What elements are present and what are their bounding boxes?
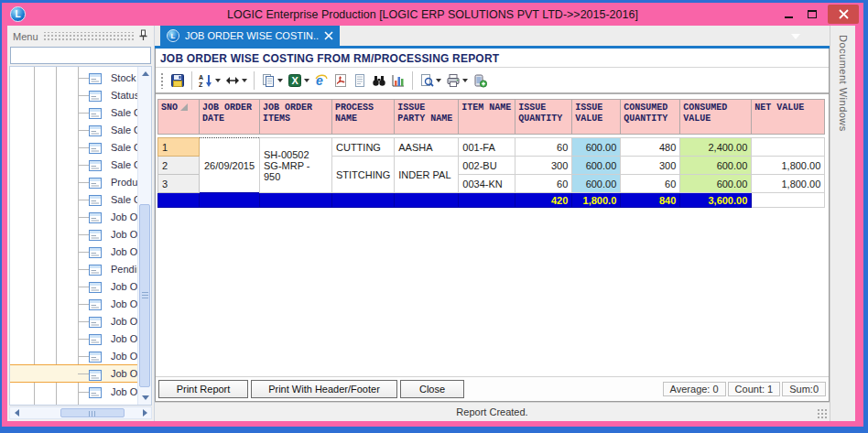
scroll-left-button[interactable] xyxy=(10,407,23,418)
print-button[interactable] xyxy=(445,72,469,89)
net-value-cell[interactable]: 1,800.00 xyxy=(752,157,825,175)
close-report-button[interactable]: Close xyxy=(400,380,464,398)
tab-list-dropdown-icon[interactable] xyxy=(791,34,800,39)
report-icon xyxy=(89,403,102,406)
column-header-sno[interactable]: SNO xyxy=(158,100,200,135)
item-name-cell[interactable]: 0034-KN xyxy=(459,175,515,193)
column-header-net-value[interactable]: NET VALUE xyxy=(752,100,825,135)
issue-qty-cell[interactable]: 300 xyxy=(515,157,572,175)
find-button[interactable] xyxy=(371,72,387,89)
item-name-cell[interactable]: 002-BU xyxy=(459,157,515,175)
column-header-issue-party-name[interactable]: ISSUE PARTY NAME xyxy=(395,100,459,135)
tab-job-order-wise-costing[interactable]: L JOB ORDER WISE COSTIN... xyxy=(160,26,340,46)
chart-button[interactable] xyxy=(390,72,407,89)
consumed-qty-cell[interactable]: 60 xyxy=(621,175,680,193)
window-title: LOGIC Enterprise Production [LOGIC ERP S… xyxy=(2,8,863,21)
save-button[interactable] xyxy=(169,72,186,89)
dropdown-caret-icon xyxy=(436,79,441,82)
job-order-date-cell[interactable]: 26/09/2015 xyxy=(200,138,260,193)
close-button[interactable] xyxy=(828,5,859,24)
scroll-up-button[interactable] xyxy=(138,67,152,81)
item-name-cell[interactable]: 001-FA xyxy=(459,138,515,157)
tree-item[interactable]: Job Ord... xyxy=(10,295,137,312)
send-to-device-button[interactable] xyxy=(472,72,488,89)
tab-close-icon[interactable] xyxy=(324,31,333,40)
issue-qty-cell[interactable]: 60 xyxy=(515,175,572,193)
consumed-qty-cell[interactable]: 300 xyxy=(621,157,680,175)
export-excel-button[interactable]: X xyxy=(287,72,310,89)
issue-value-cell[interactable]: 600.00 xyxy=(572,138,621,157)
row-number-cell[interactable]: 3 xyxy=(158,175,200,193)
print-report-button[interactable]: Print Report xyxy=(158,380,248,398)
print-with-header-footer-button[interactable]: Print With Header/Footer xyxy=(251,380,397,398)
issue-value-cell[interactable]: 600.00 xyxy=(572,175,621,193)
menu-search-input[interactable] xyxy=(10,47,151,64)
menu-panel-title: Menu xyxy=(13,31,38,42)
tree-item[interactable]: Pending... xyxy=(10,260,137,277)
column-header-item-name[interactable]: ITEM NAME xyxy=(459,100,515,135)
column-header-job-order-date[interactable]: JOB ORDER DATE xyxy=(200,100,260,135)
tree-vertical-scrollbar[interactable] xyxy=(137,67,151,405)
row-number-cell[interactable]: 1 xyxy=(158,138,200,157)
pin-icon[interactable] xyxy=(138,28,148,45)
tree-item[interactable]: Job Ord... xyxy=(10,330,137,347)
total-consumed-qty: 840 xyxy=(621,193,680,208)
tree-item[interactable]: Job Ord... xyxy=(10,277,137,295)
tree-item[interactable]: Stock Re... xyxy=(10,69,137,86)
consumed-value-cell[interactable]: 600.00 xyxy=(680,157,752,175)
process-name-cell[interactable]: CUTTING xyxy=(332,138,395,157)
tree-item[interactable]: Sale Ord... xyxy=(10,156,137,173)
consumed-value-cell[interactable]: 2,400.00 xyxy=(680,138,752,157)
issue-party-cell[interactable]: AASHA xyxy=(395,138,459,157)
tree-item[interactable]: Sale Ord... xyxy=(10,138,137,156)
tree-item[interactable]: Job Ord... xyxy=(10,383,137,400)
scroll-down-button[interactable] xyxy=(138,391,152,405)
column-header-issue-value[interactable]: ISSUE VALUE xyxy=(572,100,621,135)
print-preview-button[interactable] xyxy=(418,72,442,89)
column-header-issue-quantity[interactable]: ISSUE QUANTITY xyxy=(515,100,572,135)
tree-horizontal-scrollbar[interactable] xyxy=(9,406,152,419)
sort-button[interactable]: AZ xyxy=(198,72,222,89)
net-value-cell[interactable]: 1,800.00 xyxy=(752,175,825,193)
maximize-button[interactable] xyxy=(800,5,824,24)
column-header-consumed-value[interactable]: CONSUMED VALUE xyxy=(680,100,752,135)
copy-button[interactable] xyxy=(260,72,284,89)
net-value-cell[interactable] xyxy=(752,138,825,157)
process-name-cell[interactable]: STITCHING xyxy=(332,157,395,193)
tree-item[interactable]: Sale Ord... xyxy=(10,121,137,138)
issue-party-cell[interactable]: INDER PAL xyxy=(395,157,459,193)
export-pdf-button[interactable] xyxy=(332,72,349,89)
table-row[interactable]: 1 26/09/2015 SH-00502 SG-MRP - 950 CUTTI… xyxy=(158,138,825,157)
tree-item[interactable]: Job Ord... xyxy=(10,312,137,330)
tree-item[interactable]: Job Ord... xyxy=(10,243,137,260)
tree-item[interactable]: Job Ord... xyxy=(10,364,137,383)
tree-item[interactable]: Sale Ord... xyxy=(10,103,137,121)
tree-item[interactable]: Job Ord... xyxy=(10,347,137,364)
column-header-process-name[interactable]: PROCESS NAME xyxy=(332,100,395,135)
tree-item[interactable]: Job Ord... xyxy=(10,225,137,243)
scrollbar-thumb[interactable] xyxy=(139,204,150,387)
column-header-consumed-quantity[interactable]: CONSUMED QUANTITY xyxy=(621,100,680,135)
scroll-right-button[interactable] xyxy=(138,407,151,418)
job-order-items-cell[interactable]: SH-00502 SG-MRP - 950 xyxy=(260,138,332,193)
document-windows-strip[interactable]: Document Windows xyxy=(830,26,855,421)
resize-grip[interactable] xyxy=(817,408,827,418)
column-header-job-order-items[interactable]: JOB ORDER ITEMS xyxy=(260,100,332,135)
tab-logo-icon: L xyxy=(167,29,179,42)
tree-item[interactable]: Finished xyxy=(10,400,137,406)
minimize-button[interactable] xyxy=(776,5,800,24)
consumed-value-cell[interactable]: 600.00 xyxy=(680,175,752,193)
open-in-browser-button[interactable]: e xyxy=(313,72,330,89)
consumed-qty-cell[interactable]: 480 xyxy=(621,138,680,157)
notepad-button[interactable] xyxy=(352,72,368,89)
tree-item[interactable]: Status R... xyxy=(10,86,137,103)
issue-value-cell[interactable]: 600.00 xyxy=(572,157,621,175)
tree-item[interactable]: Job Ord... xyxy=(10,208,137,225)
issue-qty-cell[interactable]: 60 xyxy=(515,138,572,157)
scrollbar-thumb[interactable] xyxy=(60,408,125,417)
row-number-cell[interactable]: 2 xyxy=(158,157,200,175)
column-width-button[interactable] xyxy=(224,72,248,89)
tree-item[interactable]: Producti... xyxy=(10,173,137,190)
copy-icon xyxy=(261,73,276,88)
tree-item[interactable]: Sale Ord... xyxy=(10,190,137,208)
